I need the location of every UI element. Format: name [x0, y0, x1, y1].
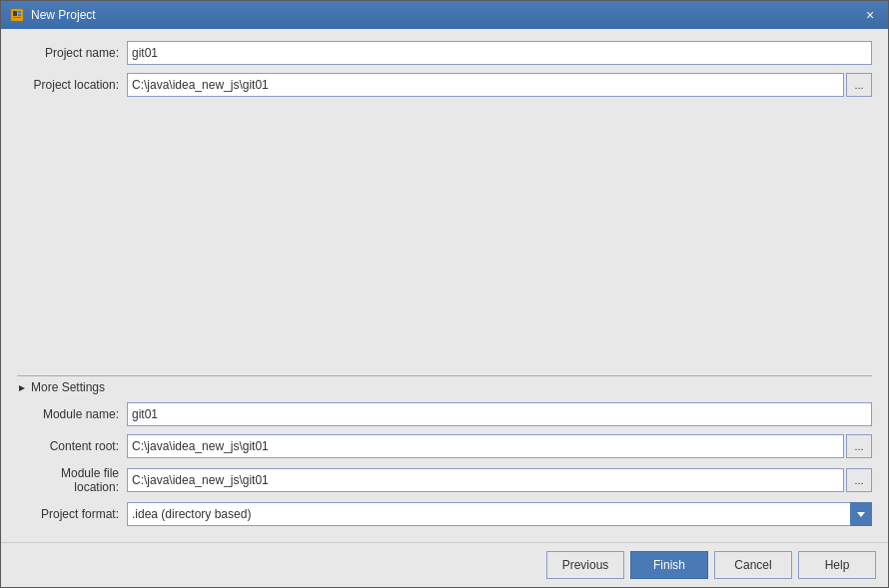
dialog-title: New Project — [31, 8, 860, 22]
cancel-button[interactable]: Cancel — [714, 551, 792, 579]
content-root-row: Content root: ... — [17, 434, 872, 458]
content-area: Project name: Project location: ... — [1, 29, 888, 542]
module-name-label: Module name: — [17, 407, 127, 421]
more-settings-header[interactable]: More Settings — [17, 380, 872, 394]
project-location-input-wrap: ... — [127, 73, 872, 97]
project-name-row: Project name: — [17, 41, 872, 65]
content-spacer — [17, 105, 872, 371]
svg-marker-5 — [19, 385, 25, 391]
content-root-browse-button[interactable]: ... — [846, 434, 872, 458]
project-format-select-wrap: .idea (directory based) .ipr (file based… — [127, 502, 872, 526]
module-file-location-browse-button[interactable]: ... — [846, 468, 872, 492]
module-name-input-wrap — [127, 402, 872, 426]
svg-rect-4 — [13, 17, 21, 18]
more-settings-label: More Settings — [31, 380, 105, 394]
svg-rect-2 — [18, 11, 21, 13]
help-button[interactable]: Help — [798, 551, 876, 579]
more-settings-section: More Settings Module name: Content root:… — [17, 375, 872, 534]
content-root-label: Content root: — [17, 439, 127, 453]
previous-button[interactable]: Previous — [546, 551, 624, 579]
footer: Previous Finish Cancel Help — [1, 542, 888, 587]
title-bar: New Project × — [1, 1, 888, 29]
new-project-dialog: New Project × Project name: Project loca… — [0, 0, 889, 588]
project-format-row: Project format: .idea (directory based) … — [17, 502, 872, 526]
project-format-select[interactable]: .idea (directory based) .ipr (file based… — [127, 502, 872, 526]
collapse-triangle-icon — [17, 382, 27, 392]
project-name-label: Project name: — [17, 46, 127, 60]
project-name-input-wrap — [127, 41, 872, 65]
content-root-input[interactable] — [127, 434, 844, 458]
new-project-icon — [9, 7, 25, 23]
project-location-label: Project location: — [17, 78, 127, 92]
svg-rect-1 — [13, 11, 17, 16]
module-file-location-label: Module file location: — [17, 466, 127, 494]
project-name-input[interactable] — [127, 41, 872, 65]
project-location-row: Project location: ... — [17, 73, 872, 97]
project-format-label: Project format: — [17, 507, 127, 521]
module-name-row: Module name: — [17, 402, 872, 426]
finish-button[interactable]: Finish — [630, 551, 708, 579]
content-root-input-wrap: ... — [127, 434, 872, 458]
module-name-input[interactable] — [127, 402, 872, 426]
project-location-browse-button[interactable]: ... — [846, 73, 872, 97]
module-file-location-input-wrap: ... — [127, 468, 872, 492]
project-location-input[interactable] — [127, 73, 844, 97]
module-file-location-input[interactable] — [127, 468, 844, 492]
svg-rect-3 — [18, 14, 21, 16]
module-file-location-row: Module file location: ... — [17, 466, 872, 494]
close-button[interactable]: × — [860, 5, 880, 25]
more-settings-rows: Module name: Content root: ... Module fi… — [17, 402, 872, 526]
